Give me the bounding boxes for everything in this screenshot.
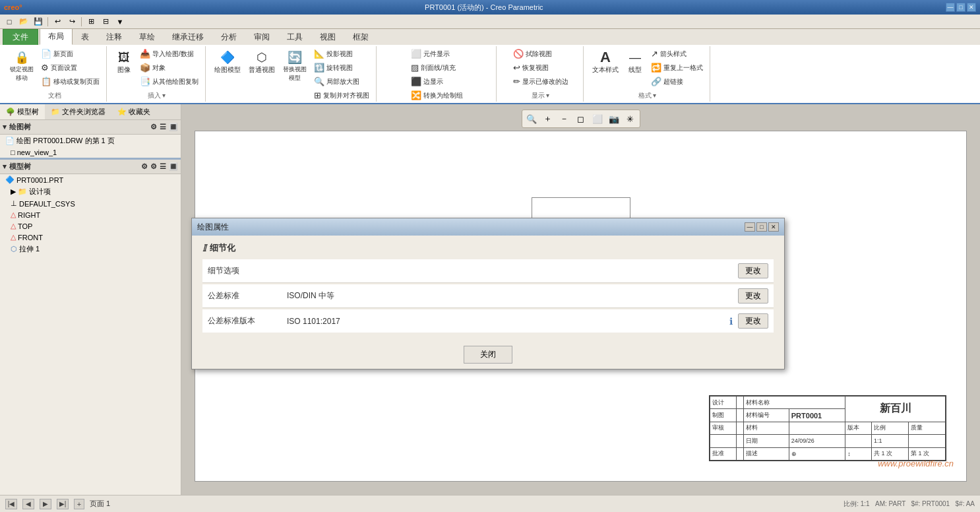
dialog-restore-btn[interactable]: □	[756, 222, 767, 232]
detail-options-change-btn[interactable]: 更改	[738, 263, 768, 278]
drawing-properties-dialog: 绘图属性 — □ ✕ 𝕀 细节化 细节选项 更改 公差标准	[191, 218, 785, 369]
dialog-row-detail-options: 细节选项 更改	[202, 259, 774, 283]
detail-options-label: 细节选项	[208, 265, 287, 276]
detail-section-cursor-icon: 𝕀	[202, 243, 206, 253]
dialog-row-tolerance-ver: 公差标准版本 ISO 1101:2017 ℹ 更改	[202, 309, 774, 333]
dialog-section-header: 𝕀 细节化	[202, 242, 774, 254]
tolerance-ver-info-icon[interactable]: ℹ	[729, 316, 733, 327]
dialog-row-tolerance-std: 公差标准 ISO/DIN 中等 更改	[202, 284, 774, 308]
tolerance-ver-label: 公差标准版本	[208, 315, 287, 327]
tolerance-std-label: 公差标准	[208, 290, 287, 302]
detail-section-label: 细节化	[210, 242, 235, 254]
dialog-minimize-btn[interactable]: —	[745, 222, 755, 232]
dialog-controls: — □ ✕	[745, 222, 779, 232]
dialog-close-button[interactable]: 关闭	[464, 346, 512, 364]
dialog-content: 𝕀 细节化 细节选项 更改 公差标准 ISO/DIN 中等 更改 公差标准版本 …	[192, 236, 784, 340]
dialog-title: 绘图属性	[197, 222, 229, 233]
tolerance-ver-value: ISO 1101:2017	[287, 317, 729, 326]
dialog-close-btn-x[interactable]: ✕	[768, 222, 779, 232]
tolerance-ver-change-btn[interactable]: 更改	[738, 313, 768, 329]
tolerance-std-value: ISO/DIN 中等	[287, 290, 738, 302]
dialog-titlebar: 绘图属性 — □ ✕	[192, 218, 784, 236]
dialog-footer: 关闭	[192, 340, 784, 369]
tolerance-std-change-btn[interactable]: 更改	[738, 288, 768, 304]
dialog-overlay: 绘图属性 — □ ✕ 𝕀 细节化 细节选项 更改 公差标准	[0, 0, 980, 512]
